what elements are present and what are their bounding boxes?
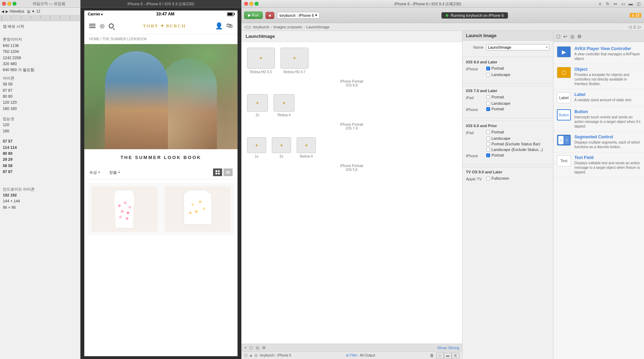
fullscreen-checkbox[interactable] <box>486 177 490 180</box>
portrait-exclude-checkbox[interactable] <box>486 142 490 146</box>
ios56-1x-slot[interactable]: ✦ 1x <box>247 137 266 158</box>
textfield-icon: Text <box>557 155 571 166</box>
size-field[interactable]: 12 <box>36 9 40 13</box>
font-selector[interactable]: Helvetica <box>10 9 24 13</box>
stop-button[interactable]: ■ <box>266 12 274 19</box>
account-icon[interactable]: 👤 <box>215 22 223 30</box>
menu-icon[interactable] <box>89 24 95 28</box>
comp-object[interactable]: ⬡ Object Provides a template for objects… <box>553 64 644 89</box>
settings-icon[interactable]: ⚙ <box>262 345 266 350</box>
button-info: Button Intercepts touch events and sends… <box>574 109 641 129</box>
layout2-icon[interactable]: ▬ <box>628 1 634 7</box>
ios79-2x-label: 2x <box>256 113 260 117</box>
portrait-checkbox-ios8[interactable]: ✓ <box>486 67 490 70</box>
location-icon[interactable]: ◎ <box>100 22 105 29</box>
xcode-window-controls <box>244 2 259 6</box>
grid-view-btn[interactable] <box>213 168 222 176</box>
portrait-checkbox-iphone-ios7[interactable]: ✓ <box>486 107 490 111</box>
portrait-checkbox-ipad-ios7[interactable] <box>486 95 490 99</box>
list-view-btn[interactable] <box>224 168 233 176</box>
nav-left-icon[interactable]: ◀ <box>1 9 4 13</box>
xcode-close-btn[interactable] <box>244 2 248 6</box>
close-button[interactable] <box>2 2 6 6</box>
retina-hd-55-slot[interactable]: ✦ Retina HD 5.5 <box>247 48 275 74</box>
debug-icon2[interactable]: ▲ <box>249 353 253 358</box>
folder-icon[interactable]: ⬡ <box>249 345 253 350</box>
retina-hd-47-box[interactable]: ✦ <box>281 48 309 69</box>
layout1-icon[interactable]: ▭ <box>620 1 626 7</box>
view-toggle-btn1[interactable]: ▭ <box>436 353 444 358</box>
slot-logo-retina4: ✦ <box>282 100 286 106</box>
landscape-row-ios8: Landscape <box>466 73 550 77</box>
split-icon[interactable]: ⇔ <box>613 1 618 7</box>
comp-history-icon[interactable]: ↩ <box>563 34 567 39</box>
ios79-retina4-box[interactable]: ✦ <box>274 94 295 112</box>
breadcrumb-next-icon[interactable]: ▷ <box>638 25 641 29</box>
xcode-maximize-btn[interactable] <box>255 2 259 6</box>
comp-target-icon[interactable]: ◎ <box>570 34 574 39</box>
portrait-checkbox-iphone-ios6[interactable]: ✓ <box>486 153 490 157</box>
comp-new-icon[interactable]: ⬡ <box>556 34 560 39</box>
portrait-checkbox-ipad-ios6[interactable] <box>486 130 490 134</box>
xcode-status-bar: Running toryburch on iPhone 6 <box>323 12 627 19</box>
font-size-selector[interactable]: 밑 ▼ <box>27 9 35 14</box>
breadcrumb-project[interactable]: toryburch <box>253 25 269 29</box>
ios56-2x-slot[interactable]: ✦ 2x <box>272 137 291 158</box>
name-input[interactable]: LaunchImage ▾ <box>486 44 550 50</box>
minimize-button[interactable] <box>7 2 11 6</box>
show-slicing-btn[interactable]: Show Slicing <box>437 346 459 350</box>
breadcrumb-folder[interactable]: Images.xcassets <box>274 25 302 29</box>
debug-icon3[interactable]: ◎ <box>254 353 258 358</box>
product-item-2[interactable] <box>161 183 234 235</box>
ios79-retina4-slot[interactable]: ✦ Retina 4 <box>274 94 295 117</box>
ios79-2x-box[interactable]: ✦ <box>247 94 268 112</box>
sort-btn[interactable]: 정렬 ▾ <box>109 170 120 175</box>
asset-catalog-header: LaunchImage <box>241 31 462 42</box>
ios56-retina4-box[interactable]: ✦ <box>297 137 316 153</box>
comp-button[interactable]: Button Button Intercepts touch events an… <box>553 106 644 132</box>
refresh-icon[interactable]: ↻ <box>605 1 610 7</box>
lines-icon[interactable]: ≡ <box>597 1 603 7</box>
view-toggle-btn2[interactable]: ▬ <box>444 353 452 358</box>
landscape-checkbox-ios8[interactable] <box>486 73 490 77</box>
inspector-header: Launch Image <box>462 31 553 41</box>
filter-icon[interactable]: ◎ <box>256 345 259 350</box>
breadcrumb-file[interactable]: LaunchImage <box>306 25 330 29</box>
landscape-checkbox-ios6-ipad[interactable] <box>486 137 490 140</box>
warning-badge[interactable]: ⚠ 12 <box>630 13 641 18</box>
breadcrumb-back-btn[interactable]: ◁ <box>244 25 247 29</box>
retina-hd-47-slot[interactable]: ✦ Retina HD 4.7 <box>281 48 309 74</box>
ios56-1x-box[interactable]: ✦ <box>247 137 266 153</box>
cart-icon[interactable]: 🛍 <box>226 22 233 29</box>
filter-attribute-btn[interactable]: 속성 ▾ <box>89 170 100 175</box>
add-icon[interactable]: + <box>244 345 247 350</box>
iphone-body[interactable]: HOME / THE SUMMER LOOKBOOK THE SUMMER LO… <box>84 34 238 356</box>
comp-textfield[interactable]: Text Text Field Displays editable text a… <box>553 152 644 178</box>
landscape-checkbox-ios7-ipad[interactable] <box>486 102 490 105</box>
debug-icon1[interactable]: ⬡ <box>244 353 248 358</box>
ios56-2x-box[interactable]: ✦ <box>272 137 291 153</box>
comp-config-icon[interactable]: ⚙ <box>577 34 582 39</box>
breadcrumb-forward-btn[interactable]: ▷ <box>249 25 252 29</box>
xcode-minimize-btn[interactable] <box>249 2 253 6</box>
comp-label[interactable]: Label Label A variably sized amount of s… <box>553 89 644 106</box>
scheme-selector[interactable]: toryburch : iPhone 6 ▾ <box>277 12 320 19</box>
comp-avkit[interactable]: ▶ AVKit Player View Controller A view co… <box>553 43 644 64</box>
product-item-1[interactable] <box>88 183 161 235</box>
retina-hd-55-box[interactable]: ✦ <box>247 48 275 69</box>
product-image-2 <box>165 186 231 232</box>
landscape-exclude-checkbox[interactable] <box>486 148 490 152</box>
maximize-button[interactable] <box>13 2 16 6</box>
view-toggle-btn3[interactable]: ⊞ <box>452 353 459 358</box>
search-icon[interactable] <box>109 23 114 28</box>
run-button[interactable]: ▶ Run <box>244 12 263 19</box>
comp-segmented[interactable]: 1 2 Segmented Control Displays multiple … <box>553 132 644 152</box>
layout3-icon[interactable]: ◫ <box>636 1 641 7</box>
warning-nav-icon[interactable]: ◁ <box>628 25 631 29</box>
ios79-2x-slot[interactable]: ✦ 2x <box>247 94 268 117</box>
divider3 <box>462 164 553 165</box>
nav-right-icon[interactable]: ▶ <box>6 9 8 13</box>
warning-icon[interactable]: ⚠ <box>633 25 637 29</box>
trash-icon[interactable]: 🗑 <box>430 353 434 358</box>
ios56-retina4-slot[interactable]: ✦ Retina 4 <box>297 137 316 158</box>
